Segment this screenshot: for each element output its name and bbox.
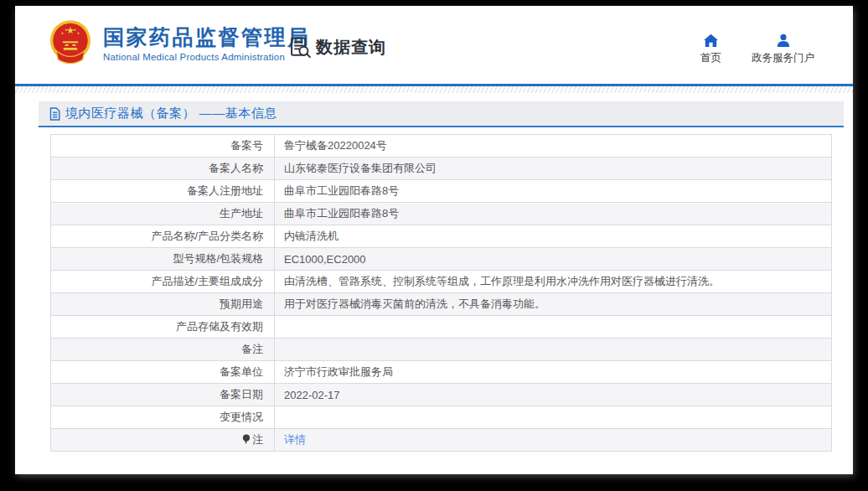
table-row: 预期用途用于对医疗器械消毒灭菌前的清洗，不具备消毒功能。 <box>51 293 832 316</box>
table-row: 备案日期2022-02-17 <box>51 384 832 406</box>
info-table: 备案号鲁宁械备20220024号备案人名称山东铭泰医疗设备集团有限公司备案人注册… <box>50 134 832 452</box>
site-header: 国家药品监督管理局 National Medical Products Admi… <box>15 6 853 84</box>
table-row: 变更情况 <box>51 406 832 429</box>
data-query-label: 数据查询 <box>316 36 386 59</box>
field-value-text: 2022-02-17 <box>284 389 340 401</box>
field-label-text: 备案单位 <box>220 365 263 378</box>
document-icon <box>49 107 60 121</box>
home-icon <box>703 34 719 48</box>
table-row: 注详情 <box>51 429 832 452</box>
field-value: 曲阜市工业园阳春路8号 <box>275 180 832 203</box>
field-value-text: 济宁市行政审批服务局 <box>284 365 393 378</box>
page-title-band: 境内医疗器械（备案） ——基本信息 <box>39 101 844 127</box>
field-label-text: 产品存储及有效期 <box>176 320 263 333</box>
field-value-text: 山东铭泰医疗设备集团有限公司 <box>284 162 437 174</box>
table-row: 产品名称/产品分类名称内镜清洗机 <box>51 225 832 248</box>
nav-home[interactable]: 首页 <box>700 34 721 65</box>
table-row: 备案单位济宁市行政审批服务局 <box>51 361 832 384</box>
data-query-heading: 数据查询 <box>289 36 386 59</box>
field-value <box>275 406 832 429</box>
table-row: 备注 <box>51 339 832 361</box>
field-value-text: 用于对医疗器械消毒灭菌前的清洗，不具备消毒功能。 <box>284 297 545 310</box>
field-value: 2022-02-17 <box>275 384 832 406</box>
field-value: 由清洗槽、管路系统、控制系统等组成，工作原理是利用水冲洗作用对医疗器械进行清洗。 <box>275 271 832 293</box>
field-value: 济宁市行政审批服务局 <box>275 361 832 384</box>
bulb-icon <box>242 434 251 445</box>
site-logo[interactable]: 国家药品监督管理局 National Medical Products Admi… <box>47 18 311 69</box>
field-value: 鲁宁械备20220024号 <box>275 135 832 158</box>
field-label-text: 备案人注册地址 <box>187 184 263 197</box>
document-search-icon <box>289 36 312 59</box>
nav-portal-label: 政务服务门户 <box>752 51 814 65</box>
field-value: EC1000,EC2000 <box>275 248 832 271</box>
person-icon <box>776 34 791 48</box>
table-row: 产品存储及有效期 <box>51 316 832 339</box>
field-label-text: 产品名称/产品分类名称 <box>151 230 263 242</box>
table-row: 产品描述/主要组成成分由清洗槽、管路系统、控制系统等组成，工作原理是利用水冲洗作… <box>51 271 832 293</box>
field-value-text: 鲁宁械备20220024号 <box>284 139 387 152</box>
field-label: 变更情况 <box>51 406 275 429</box>
field-value <box>275 339 832 361</box>
field-value: 山东铭泰医疗设备集团有限公司 <box>275 158 832 180</box>
china-national-emblem-icon <box>47 18 94 69</box>
field-value: 内镜清洗机 <box>275 225 832 248</box>
field-value-text: 曲阜市工业园阳春路8号 <box>284 184 399 197</box>
field-label: 备案人名称 <box>51 158 275 180</box>
field-label-text: 备案日期 <box>220 388 263 401</box>
brand-text: 国家药品监督管理局 National Medical Products Admi… <box>103 25 311 62</box>
field-label-text: 注 <box>252 433 263 446</box>
table-row: 生产地址曲阜市工业园阳春路8号 <box>51 203 832 225</box>
field-label: 生产地址 <box>51 203 275 225</box>
field-value: 用于对医疗器械消毒灭菌前的清洗，不具备消毒功能。 <box>275 293 832 316</box>
field-value-text: 内镜清洗机 <box>284 230 338 242</box>
field-value-text: 由清洗槽、管路系统、控制系统等组成，工作原理是利用水冲洗作用对医疗器械进行清洗。 <box>284 275 720 287</box>
page-title: 境内医疗器械（备案） ——基本信息 <box>65 106 277 121</box>
field-label: 产品名称/产品分类名称 <box>51 225 275 248</box>
info-table-body: 备案号鲁宁械备20220024号备案人名称山东铭泰医疗设备集团有限公司备案人注册… <box>51 135 832 452</box>
details-link[interactable]: 详情 <box>284 433 306 446</box>
field-label: 预期用途 <box>51 293 275 316</box>
field-label: 备案号 <box>51 135 275 158</box>
field-label: 备案日期 <box>51 384 275 406</box>
field-value <box>275 316 832 339</box>
field-label: 注 <box>51 429 275 452</box>
field-label: 备案单位 <box>51 361 275 384</box>
table-row: 备案人注册地址曲阜市工业园阳春路8号 <box>51 180 832 203</box>
hatch-divider <box>15 86 853 93</box>
field-label: 产品描述/主要组成成分 <box>51 271 275 293</box>
field-value: 曲阜市工业园阳春路8号 <box>275 203 832 225</box>
field-label-text: 预期用途 <box>220 297 263 310</box>
nav-home-label: 首页 <box>700 51 721 65</box>
field-label: 备案人注册地址 <box>51 180 275 203</box>
site-subtitle: National Medical Products Administration <box>103 52 311 62</box>
table-row: 备案号鲁宁械备20220024号 <box>51 135 832 158</box>
field-label-text: 备案号 <box>230 139 263 152</box>
field-label-text: 备注 <box>241 343 263 355</box>
header-nav: 首页 政务服务门户 <box>700 34 814 65</box>
table-row: 备案人名称山东铭泰医疗设备集团有限公司 <box>51 158 832 180</box>
field-label-text: 型号规格/包装规格 <box>173 252 263 265</box>
field-label: 备注 <box>51 339 275 361</box>
browser-page: 国家药品监督管理局 National Medical Products Admi… <box>15 6 853 474</box>
field-value: 详情 <box>275 429 832 452</box>
field-label: 产品存储及有效期 <box>51 316 275 339</box>
field-label: 型号规格/包装规格 <box>51 248 275 271</box>
field-value-text: 曲阜市工业园阳春路8号 <box>284 207 399 220</box>
table-row: 型号规格/包装规格EC1000,EC2000 <box>51 248 832 271</box>
field-label-text: 产品描述/主要组成成分 <box>151 275 263 287</box>
field-label-text: 生产地址 <box>220 207 263 220</box>
site-title: 国家药品监督管理局 <box>103 25 311 49</box>
main-content: 境内医疗器械（备案） ——基本信息 备案号鲁宁械备20220024号备案人名称山… <box>15 93 853 452</box>
field-label-text: 变更情况 <box>220 411 263 423</box>
field-label-text: 备案人名称 <box>209 162 263 174</box>
nav-portal[interactable]: 政务服务门户 <box>752 34 814 65</box>
field-value-text: EC1000,EC2000 <box>284 253 366 266</box>
